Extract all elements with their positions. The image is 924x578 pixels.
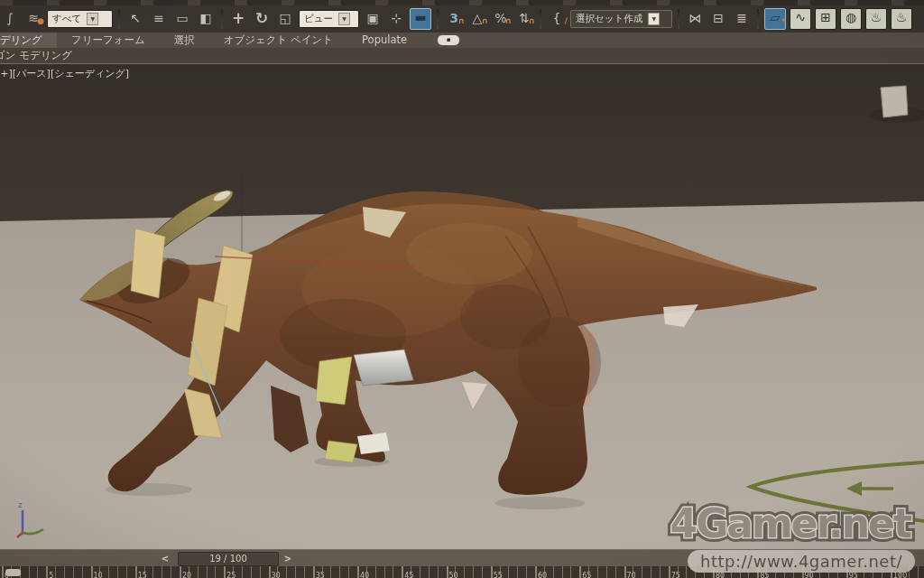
ribbon-tab-4[interactable]: オブジェクト ペイント: [209, 33, 347, 48]
ruler-tick: [82, 566, 83, 578]
percent-snap-icon[interactable]: %∩: [491, 9, 511, 29]
ruler-tick: [544, 566, 545, 578]
ruler-frame-number: 70: [627, 572, 636, 578]
schematic-view-icon[interactable]: ⊞: [815, 8, 836, 30]
ruler-tick: [64, 566, 65, 578]
ruler-frame-number: 30: [272, 572, 281, 578]
viewport-label[interactable]: [+][パース][シェーディング]: [0, 67, 129, 80]
ribbon-tab-2[interactable]: フリーフォーム: [57, 33, 160, 48]
accent-glyph: ∩: [505, 12, 512, 31]
ruler-tick: [108, 566, 109, 578]
toolbar-divider: [437, 9, 439, 29]
ruler-tick: [384, 566, 385, 578]
ribbon-tab-5[interactable]: Populate: [347, 33, 421, 48]
keyboard-override-icon[interactable]: ▬: [410, 8, 431, 30]
ruler-tick: [464, 566, 465, 578]
window-crossing-icon[interactable]: ◧: [196, 9, 216, 29]
ruler-tick: [357, 566, 359, 578]
ruler-tick: [411, 566, 411, 578]
select-rotate-icon[interactable]: ↻: [252, 9, 272, 29]
ruler-tick: [37, 566, 38, 578]
curve-editor-icon[interactable]: ∿: [790, 8, 811, 30]
selection-region-icon[interactable]: ▭: [172, 9, 192, 29]
ruler-tick: [189, 566, 189, 578]
ruler-tick: [46, 566, 48, 578]
selection-filter-dropdown[interactable]: すべて▼: [47, 10, 113, 28]
watermark-title: 4Gamer.net: [670, 500, 912, 546]
ruler-tick: [579, 566, 581, 578]
select-by-name-icon[interactable]: ≡: [149, 9, 169, 29]
select-manipulate-icon[interactable]: ⊹: [386, 9, 406, 29]
ruler-frame-number: 10: [94, 572, 103, 578]
render-setup-icon[interactable]: ♨: [865, 8, 887, 30]
ruler-tick: [251, 566, 252, 578]
ruler-tick: [99, 566, 100, 578]
ribbon-tab-1[interactable]: モデリング: [0, 33, 57, 48]
ruler-tick: [562, 566, 563, 578]
render-production-icon[interactable]: ♨: [891, 8, 912, 30]
ruler-tick: [180, 566, 181, 578]
ruler-tick: [393, 566, 393, 578]
chevron-down-icon[interactable]: ▼: [338, 13, 350, 25]
ruler-tick: [535, 566, 537, 578]
ruler-frame-number: 75: [671, 572, 680, 578]
layer-manager-icon[interactable]: ≣: [732, 9, 752, 29]
ruler-tick: [348, 566, 349, 578]
ruler-tick: [330, 566, 331, 578]
ribbon-panel-strip: ゴン モデリング: [0, 48, 924, 64]
ruler-tick: [286, 566, 287, 578]
main-toolbar: ∫≋●すべて▼↖≡▭◧+↻◱ビュー▼▣⊹▬3∩△∩%∩⇅∩{∕選択セット作成▼⋈…: [0, 5, 924, 33]
chevron-down-icon[interactable]: ▼: [648, 13, 660, 25]
toolbar-divider: [757, 9, 759, 29]
named-sets-dropdown[interactable]: 選択セット作成▼: [570, 10, 672, 28]
ruler-tick: [402, 566, 403, 578]
chevron-down-icon[interactable]: ▼: [87, 13, 98, 25]
time-slider-handle[interactable]: 19 / 100: [178, 552, 279, 566]
use-pivot-center-icon[interactable]: ▣: [363, 9, 383, 29]
named-sets-dropdown-value: 選択セット作成: [576, 13, 642, 25]
trackbar-toggle-button[interactable]: [5, 569, 21, 576]
ruler-tick: [420, 566, 420, 578]
ruler-frame-number: 15: [138, 572, 147, 578]
angle-snap-icon[interactable]: △∩: [467, 9, 487, 29]
ruler-tick: [447, 566, 448, 578]
ruler-tick: [526, 566, 527, 578]
ribbon-tab-strip: モデリングフリーフォーム選択オブジェクト ペイントPopulate▪: [0, 33, 924, 48]
ruler-tick: [207, 566, 208, 578]
snaps-toggle-3d-icon[interactable]: 3∩: [444, 9, 464, 29]
polygon-modeling-panel-label[interactable]: ゴン モデリング: [0, 49, 72, 61]
coord-system-dropdown-value: ビュー: [304, 13, 333, 25]
select-object-icon[interactable]: ↖: [125, 9, 145, 29]
mirror-icon[interactable]: ⋈: [685, 9, 705, 29]
ruler-tick: [375, 566, 376, 578]
ruler-tick: [482, 566, 483, 578]
ruler-tick: [570, 566, 571, 578]
ribbon-tab-3[interactable]: 選択: [160, 33, 209, 48]
ruler-frame-number: 90: [805, 572, 814, 578]
ruler-tick: [224, 566, 226, 578]
bind-to-space-warp-icon[interactable]: ≋●: [23, 9, 43, 29]
coord-system-dropdown[interactable]: ビュー▼: [299, 10, 359, 28]
perspective-viewport[interactable]: [+][パース][シェーディング]: [0, 64, 924, 549]
select-scale-icon[interactable]: ◱: [275, 9, 295, 29]
select-move-icon[interactable]: +: [228, 9, 248, 29]
ruler-tick: [473, 566, 474, 578]
ruler-tick: [508, 566, 509, 578]
next-frame-button[interactable]: >: [282, 553, 294, 564]
spinner-snap-icon[interactable]: ⇅∩: [514, 9, 534, 29]
toolbar-divider: [540, 9, 541, 29]
ruler-tick: [366, 566, 367, 578]
watermark-url: http://www.4gamer.net/: [688, 550, 915, 573]
edit-named-sets-icon[interactable]: {∕: [547, 9, 567, 29]
ruler-frame-number: 5: [49, 572, 53, 578]
previous-frame-button[interactable]: <: [159, 553, 171, 564]
ribbon-toggle-icon[interactable]: ▱*: [764, 8, 786, 30]
align-icon[interactable]: ⊟: [708, 9, 728, 29]
material-editor-icon[interactable]: ◍: [840, 8, 862, 30]
toolbar-divider: [678, 9, 679, 29]
ruler-tick: [615, 566, 616, 578]
ruler-tick: [215, 566, 216, 578]
ruler-tick: [606, 566, 607, 578]
ribbon-minimize-button[interactable]: ▪: [438, 35, 459, 45]
unlink-icon[interactable]: ∫: [0, 9, 20, 29]
